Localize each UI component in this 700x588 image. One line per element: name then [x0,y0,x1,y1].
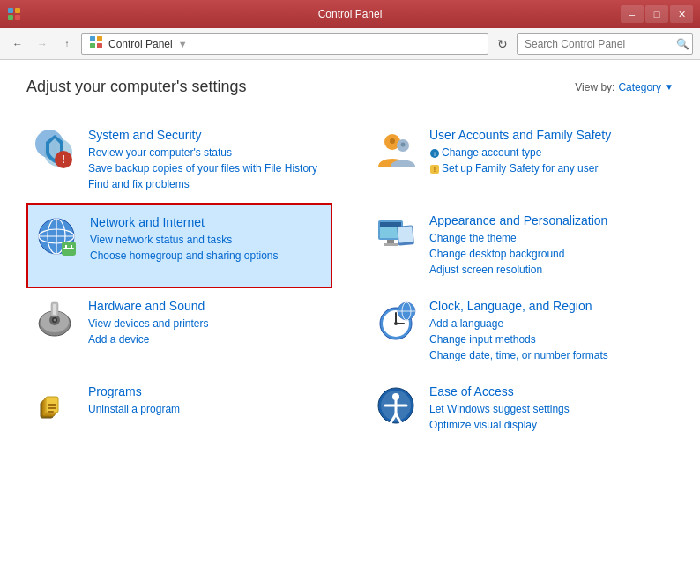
programs-icon [34,384,76,427]
network-internet-link-2[interactable]: Choose homegroup and sharing options [90,248,324,264]
search-wrapper: 🔍 [517,33,693,55]
dropdown-arrow: ▼ [178,39,188,49]
programs-name[interactable]: Programs [88,384,325,398]
svg-point-38 [54,319,56,322]
main-content: Adjust your computer's settings View by:… [0,60,700,588]
category-system-security[interactable]: ! System and Security Review your comput… [26,117,332,203]
svg-rect-40 [53,304,56,315]
appearance-link-2[interactable]: Change desktop background [429,246,666,262]
appearance-link-3[interactable]: Adjust screen resolution [429,262,666,278]
svg-rect-55 [48,411,54,413]
system-security-link-1[interactable]: Review your computer's status [88,145,325,160]
minimize-button[interactable]: – [621,5,644,23]
system-security-name[interactable]: System and Security [88,128,325,142]
search-input[interactable] [517,33,693,55]
network-internet-icon [35,215,78,257]
category-network-internet[interactable]: Network and Internet View network status… [26,203,332,288]
page-header: Adjust your computer's settings View by:… [26,78,674,96]
category-user-accounts[interactable]: User Accounts and Family Safety iChange … [368,117,674,203]
svg-point-45 [394,322,398,325]
page-title: Adjust your computer's settings [26,78,247,96]
category-hardware-sound[interactable]: Hardware and Sound View devices and prin… [26,288,332,374]
svg-point-14 [390,138,395,144]
system-security-text: System and Security Review your computer… [88,128,325,192]
appearance-icon [375,213,417,256]
system-security-icon: ! [34,128,76,170]
clock-language-name[interactable]: Clock, Language, and Region [429,299,666,313]
chevron-down-icon: ▼ [665,82,674,92]
system-security-link-2[interactable]: Save backup copies of your files with Fi… [88,160,325,176]
view-by-option[interactable]: Category [618,81,661,93]
refresh-button[interactable]: ↻ [492,33,513,55]
svg-rect-0 [8,8,13,13]
title-bar-title: Control Panel [0,8,700,20]
back-button[interactable]: ← [7,33,28,55]
programs-text: Programs Uninstall a program [88,384,325,417]
ease-access-link-2[interactable]: Optimize visual display [429,417,666,433]
user-accounts-link-2[interactable]: !Set up Family Safety for any user [429,160,666,176]
svg-text:!: ! [434,167,436,173]
category-clock-language[interactable]: Clock, Language, and Region Add a langua… [368,288,674,374]
forward-button[interactable]: → [32,33,53,55]
network-internet-name[interactable]: Network and Internet [90,215,324,229]
svg-rect-6 [90,43,95,48]
appearance-text: Appearance and Personalization Change th… [429,213,666,278]
title-bar: Control Panel – □ ✕ [0,0,700,28]
title-bar-controls: – □ ✕ [621,5,693,23]
svg-rect-53 [48,404,56,406]
user-accounts-icon [375,128,417,170]
user-accounts-text: User Accounts and Family Safety iChange … [429,128,666,176]
ease-access-icon [375,384,417,427]
search-button[interactable]: 🔍 [676,38,689,50]
close-button[interactable]: ✕ [670,5,693,23]
ease-access-link-1[interactable]: Let Windows suggest settings [429,401,666,417]
svg-rect-1 [15,8,20,13]
clock-language-link-3[interactable]: Change date, time, or number formats [429,347,666,363]
clock-language-icon [375,299,417,341]
categories-grid: ! System and Security Review your comput… [26,117,674,443]
hardware-sound-icon [34,299,76,341]
svg-text:!: ! [62,153,65,166]
user-accounts-link-1[interactable]: iChange account type [429,145,666,160]
svg-rect-4 [90,36,95,41]
svg-point-15 [401,143,406,147]
address-path[interactable]: Control Panel ▼ [81,33,488,55]
ease-access-name[interactable]: Ease of Access [429,384,666,398]
ease-access-text: Ease of Access Let Windows suggest setti… [429,384,666,433]
svg-rect-33 [398,226,413,242]
category-appearance[interactable]: Appearance and Personalization Change th… [368,203,674,288]
path-text: Control Panel [108,38,173,50]
user-accounts-name[interactable]: User Accounts and Family Safety [429,128,666,142]
address-bar: ← → ↑ Control Panel ▼ ↻ 🔍 [0,28,700,60]
clock-language-link-1[interactable]: Add a language [429,316,666,331]
appearance-name[interactable]: Appearance and Personalization [429,213,666,227]
view-by-label: View by: [575,81,614,93]
hardware-sound-name[interactable]: Hardware and Sound [88,299,325,313]
title-bar-left [7,7,21,21]
path-icon [89,35,103,52]
appearance-link-1[interactable]: Change the theme [429,230,666,246]
category-ease-access[interactable]: Ease of Access Let Windows suggest setti… [368,374,674,443]
hardware-sound-link-1[interactable]: View devices and printers [88,316,325,331]
network-internet-link-1[interactable]: View network status and tasks [90,232,324,248]
svg-rect-5 [97,36,102,41]
clock-language-link-2[interactable]: Change input methods [429,331,666,347]
svg-rect-7 [97,43,102,48]
control-panel-icon [7,7,21,21]
svg-rect-54 [48,407,56,409]
svg-rect-3 [15,15,20,20]
up-button[interactable]: ↑ [56,33,78,55]
network-internet-text: Network and Internet View network status… [90,215,324,264]
svg-rect-31 [384,243,398,246]
svg-rect-2 [8,15,13,20]
system-security-link-3[interactable]: Find and fix problems [88,176,325,192]
hardware-sound-link-2[interactable]: Add a device [88,331,325,347]
view-by: View by: Category ▼ [575,81,674,93]
programs-link-1[interactable]: Uninstall a program [88,401,325,417]
maximize-button[interactable]: □ [645,5,668,23]
svg-rect-28 [380,222,401,227]
category-programs[interactable]: Programs Uninstall a program [26,374,332,443]
hardware-sound-text: Hardware and Sound View devices and prin… [88,299,325,347]
clock-language-text: Clock, Language, and Region Add a langua… [429,299,666,363]
